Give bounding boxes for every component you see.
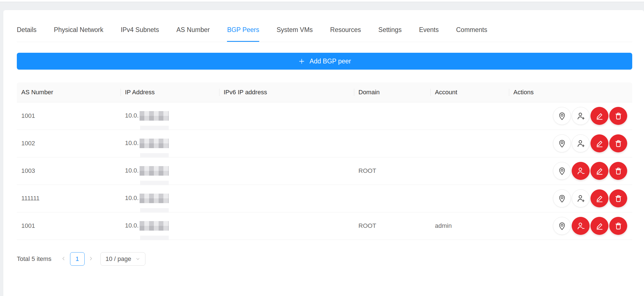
actions-cell <box>509 102 632 130</box>
delete-bgp-peer-button[interactable] <box>609 189 627 207</box>
tab-bgp-peers[interactable]: BGP Peers <box>227 26 259 42</box>
ip-address-cell: 10.0. <box>121 212 219 240</box>
domain-cell <box>354 102 430 130</box>
ipv6-address-cell <box>219 185 354 212</box>
location-pin-icon <box>557 166 567 176</box>
update-bgp-peer-button[interactable] <box>590 162 608 180</box>
page-size-select[interactable]: 10 / page <box>100 252 146 266</box>
dedicate-bgp-peer-button[interactable] <box>572 134 590 152</box>
location-pin-icon <box>557 194 567 203</box>
table-row: 1001 10.0. <box>17 102 632 130</box>
update-bgp-peer-button[interactable] <box>590 107 608 125</box>
current-page-button[interactable]: 1 <box>70 252 85 266</box>
as-number-cell: 1003 <box>17 157 121 185</box>
location-button[interactable] <box>553 107 571 125</box>
tab-as-number[interactable]: AS Number <box>177 26 210 42</box>
column-header-account: Account <box>430 82 509 102</box>
masked-ip-blur <box>140 139 169 148</box>
row-actions <box>513 134 628 152</box>
edit-pencil-icon <box>595 139 604 148</box>
table-row: 1001 10.0. ROOT admin <box>17 212 632 240</box>
column-header-ipv6-ip-address: IPv6 IP address <box>219 82 354 102</box>
location-button[interactable] <box>553 134 571 152</box>
release-dedicated-bgp-peer-button[interactable] <box>572 217 590 235</box>
ipv6-address-cell <box>219 130 354 157</box>
masked-ip-blur-ghost <box>140 236 169 240</box>
location-button[interactable] <box>553 217 571 235</box>
row-actions <box>513 217 628 235</box>
dedicate-bgp-peer-button[interactable] <box>572 189 590 207</box>
actions-cell <box>509 212 632 240</box>
ip-prefix-text: 10.0. <box>125 222 139 229</box>
actions-cell <box>509 185 632 212</box>
table-body: 1001 10.0. <box>17 102 632 240</box>
trash-icon <box>614 194 623 203</box>
tab-comments[interactable]: Comments <box>456 26 487 42</box>
tab-physical-network[interactable]: Physical Network <box>54 26 103 42</box>
user-remove-icon <box>576 221 585 231</box>
delete-bgp-peer-button[interactable] <box>609 134 627 152</box>
tab-details[interactable]: Details <box>17 26 36 42</box>
masked-ip-blur <box>140 194 169 203</box>
ipv6-address-cell <box>219 102 354 130</box>
account-cell <box>430 130 509 157</box>
add-bgp-peer-button[interactable]: Add BGP peer <box>17 53 632 70</box>
account-cell <box>430 185 509 212</box>
ip-address-cell: 10.0. <box>121 185 219 212</box>
account-cell <box>430 157 509 185</box>
tab-settings[interactable]: Settings <box>378 26 402 42</box>
location-pin-icon <box>557 221 567 231</box>
dedicate-bgp-peer-button[interactable] <box>572 107 590 125</box>
chevron-down-icon <box>136 257 140 261</box>
user-add-icon <box>576 139 585 148</box>
delete-bgp-peer-button[interactable] <box>609 107 627 125</box>
masked-ip-blur <box>140 111 169 121</box>
next-page-button[interactable] <box>86 252 96 266</box>
masked-ip-blur <box>140 166 169 176</box>
ipv6-address-cell <box>219 212 354 240</box>
user-add-icon <box>576 111 585 121</box>
location-button[interactable] <box>553 162 571 180</box>
column-header-ip-address: IP Address <box>121 82 219 102</box>
ipv6-address-cell <box>219 157 354 185</box>
table-row: 1003 10.0. ROOT <box>17 157 632 185</box>
location-button[interactable] <box>553 189 571 207</box>
location-pin-icon <box>557 111 567 121</box>
prev-page-button[interactable] <box>59 252 68 266</box>
tab-events[interactable]: Events <box>419 26 439 42</box>
update-bgp-peer-button[interactable] <box>590 134 608 152</box>
row-actions <box>513 162 628 180</box>
actions-cell <box>509 157 632 185</box>
table-row: 1002 10.0. <box>17 130 632 157</box>
as-number-cell: 111111 <box>17 185 121 212</box>
delete-bgp-peer-button[interactable] <box>609 217 627 235</box>
page-size-value: 10 / page <box>106 255 131 263</box>
as-number-cell: 1001 <box>17 102 121 130</box>
ip-address-cell: 10.0. <box>121 102 219 130</box>
trash-icon <box>614 111 623 121</box>
tab-resources[interactable]: Resources <box>330 26 361 42</box>
pagination-bar: Total 5 items 1 10 / page <box>17 252 632 266</box>
user-remove-icon <box>576 166 585 176</box>
table-row: 111111 10.0. <box>17 185 632 212</box>
update-bgp-peer-button[interactable] <box>590 217 608 235</box>
tab-ipv4-subnets[interactable]: IPv4 Subnets <box>121 26 159 42</box>
ip-prefix-text: 10.0. <box>125 112 139 119</box>
delete-bgp-peer-button[interactable] <box>609 162 627 180</box>
edit-pencil-icon <box>595 221 604 231</box>
column-header-as-number: AS Number <box>17 82 121 102</box>
tab-system-vms[interactable]: System VMs <box>277 26 313 42</box>
as-number-cell: 1002 <box>17 130 121 157</box>
edit-pencil-icon <box>595 111 604 121</box>
add-bgp-peer-label: Add BGP peer <box>310 58 351 65</box>
account-cell <box>430 102 509 130</box>
tabs-bar: DetailsPhysical NetworkIPv4 SubnetsAS Nu… <box>17 10 632 42</box>
update-bgp-peer-button[interactable] <box>590 189 608 207</box>
edit-pencil-icon <box>595 166 604 176</box>
user-add-icon <box>576 194 585 203</box>
release-dedicated-bgp-peer-button[interactable] <box>572 162 590 180</box>
trash-icon <box>614 139 623 148</box>
trash-icon <box>614 221 623 231</box>
domain-cell: ROOT <box>354 212 430 240</box>
domain-cell <box>354 185 430 212</box>
